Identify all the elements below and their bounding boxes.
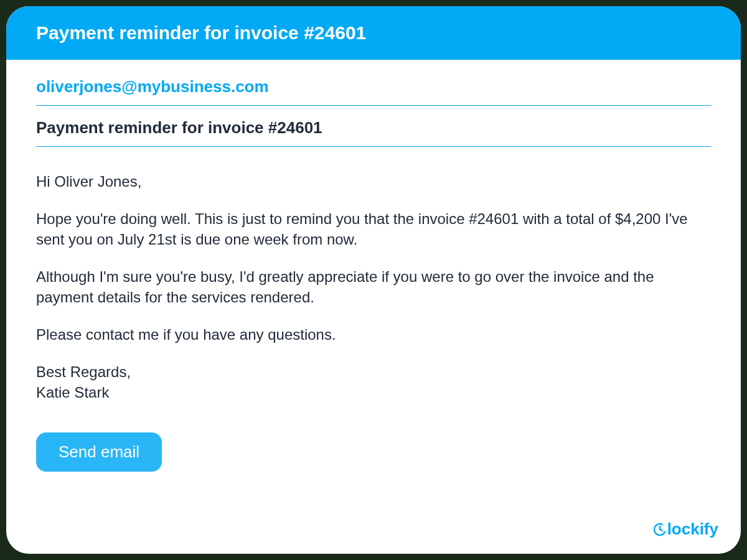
body-paragraph-3: Please contact me if you have any questi… bbox=[36, 325, 711, 345]
email-body[interactable]: Hi Oliver Jones, Hope you're doing well.… bbox=[36, 147, 711, 403]
sender-name: Katie Stark bbox=[36, 383, 711, 403]
brand-logo: lockify bbox=[652, 520, 718, 539]
send-email-button[interactable]: Send email bbox=[36, 432, 162, 472]
clock-icon bbox=[652, 522, 667, 537]
subject-field[interactable]: Payment reminder for invoice #24601 bbox=[36, 106, 711, 147]
header-title: Payment reminder for invoice #24601 bbox=[36, 22, 711, 44]
greeting-text: Hi Oliver Jones, bbox=[36, 172, 711, 192]
brand-text: lockify bbox=[667, 520, 718, 539]
signature-block: Best Regards, Katie Stark bbox=[36, 362, 711, 403]
email-content: oliverjones@mybusiness.com Payment remin… bbox=[6, 60, 741, 554]
body-paragraph-1: Hope you're doing well. This is just to … bbox=[36, 209, 711, 250]
recipient-field[interactable]: oliverjones@mybusiness.com bbox=[36, 77, 711, 106]
email-compose-card: Payment reminder for invoice #24601 oliv… bbox=[6, 6, 741, 554]
body-paragraph-2: Although I'm sure you're busy, I'd great… bbox=[36, 267, 711, 307]
signoff-text: Best Regards, bbox=[36, 362, 711, 382]
header-bar: Payment reminder for invoice #24601 bbox=[6, 6, 741, 60]
